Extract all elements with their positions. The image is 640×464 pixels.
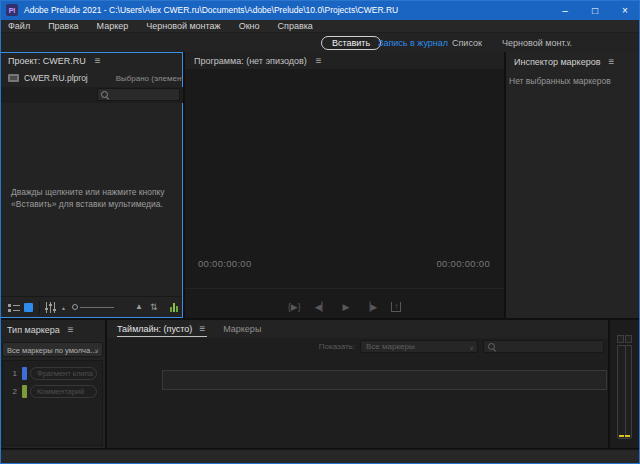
zoom-in-icon[interactable]: ▲ bbox=[135, 302, 143, 311]
project-search-row bbox=[0, 87, 183, 103]
status-bar bbox=[1, 449, 639, 463]
inspector-empty-message: Нет выбранных маркеров bbox=[509, 76, 611, 86]
peak-indicator-right bbox=[625, 435, 630, 437]
timeline-tabstrip: Таймлайн: (пусто) ≡ Маркеры bbox=[107, 320, 608, 338]
meter-channel-right bbox=[625, 335, 632, 343]
menu-bar: Файл Правка Маркер Черновой монтаж Окно … bbox=[0, 20, 640, 32]
list-view-icon[interactable] bbox=[8, 304, 20, 312]
workspace-chevron-down-icon[interactable]: ∨ bbox=[566, 39, 571, 47]
marker-color-swatch bbox=[22, 385, 27, 398]
marker-type-panel: Тип маркера ≡ Все маркеры по умолча... ∨… bbox=[0, 320, 105, 448]
marker-number: 1 bbox=[3, 369, 17, 378]
sort-icon[interactable]: ⇅ bbox=[150, 302, 158, 312]
inspector-panel-title[interactable]: Инспектор маркеров bbox=[514, 57, 600, 67]
prelude-app-icon: Pl bbox=[6, 4, 18, 16]
transport-controls: {▶} ◀▏ ▶ ▕▶ ↑ bbox=[185, 288, 504, 318]
thumbnail-size-slider[interactable] bbox=[72, 303, 114, 312]
zoom-out-icon[interactable]: ▴ bbox=[62, 304, 65, 311]
current-timecode[interactable]: 00:00:00:00 bbox=[198, 258, 252, 269]
marker-type-row[interactable]: 2 Комментарий bbox=[3, 384, 102, 399]
workspace-tab-list[interactable]: Список bbox=[452, 38, 482, 48]
chevron-down-icon: ∨ bbox=[95, 347, 99, 354]
audio-meter-panel bbox=[610, 320, 639, 448]
timeline-filter-value: Все маркеры bbox=[366, 342, 415, 351]
window-controls: – □ × bbox=[550, 0, 640, 20]
timeline-search-input[interactable] bbox=[483, 340, 604, 353]
slider-track bbox=[80, 307, 114, 308]
marker-filter-dropdown[interactable]: Все маркеры по умолча... ∨ bbox=[2, 342, 103, 357]
marker-type-label: Фрагмент клипа bbox=[30, 367, 97, 380]
menu-help[interactable]: Справка bbox=[269, 20, 322, 32]
marker-type-list: 1 Фрагмент клипа 2 Комментарий bbox=[2, 360, 103, 446]
marker-inspector-panel: Инспектор маркеров ≡ Нет выбранных марке… bbox=[506, 52, 639, 318]
play-button[interactable]: ▶ bbox=[343, 302, 350, 312]
chevron-down-icon: ∨ bbox=[470, 344, 474, 351]
project-bottom-toolbar: ▴ ▲ ⇅ bbox=[1, 296, 182, 317]
toolbar-divider bbox=[39, 301, 40, 314]
project-panel-header: Проект: CWER.RU ≡ bbox=[0, 52, 183, 66]
empty-timeline-track[interactable] bbox=[162, 370, 607, 390]
menu-marker[interactable]: Маркер bbox=[88, 20, 138, 32]
prelude-window: Pl Adobe Prelude 2021 - C:\Users\Alex CW… bbox=[0, 0, 640, 464]
project-search-input[interactable] bbox=[97, 88, 180, 101]
timeline-tab-label: Таймлайн: (пусто) bbox=[117, 324, 192, 334]
project-file-row[interactable]: CWER.RU.plproj Выбрано (элемент bbox=[0, 71, 183, 85]
slider-knob[interactable] bbox=[72, 304, 78, 310]
marker-type-menu-icon[interactable]: ≡ bbox=[68, 325, 74, 335]
workspace-tab-logging[interactable]: Запись в журнал bbox=[378, 38, 448, 48]
tab-timeline[interactable]: Таймлайн: (пусто) ≡ bbox=[117, 320, 207, 337]
step-back-button[interactable]: ◀▏ bbox=[315, 302, 329, 312]
project-file-name: CWER.RU.plproj bbox=[24, 73, 88, 83]
menu-edit[interactable]: Правка bbox=[39, 20, 87, 32]
menu-rough-cut[interactable]: Черновой монтаж bbox=[137, 20, 229, 32]
search-icon bbox=[488, 343, 496, 351]
export-icon[interactable]: ↑ bbox=[391, 302, 401, 312]
project-file-icon bbox=[8, 74, 19, 82]
meter-divider bbox=[625, 346, 626, 438]
audio-level-meter[interactable] bbox=[617, 345, 632, 439]
minimize-button[interactable]: – bbox=[550, 0, 580, 20]
marker-type-title[interactable]: Тип маркера bbox=[7, 325, 60, 335]
program-monitor-panel: Программа: (нет эпизодов) ≡ 00:00:00:00 … bbox=[185, 52, 504, 318]
marker-number: 2 bbox=[3, 387, 17, 396]
step-forward-button[interactable]: ▕▶ bbox=[363, 302, 377, 312]
tab-markers[interactable]: Маркеры bbox=[223, 320, 261, 334]
thumbnail-view-icon[interactable] bbox=[24, 303, 33, 312]
timeline-filter-dropdown[interactable]: Все маркеры ∨ bbox=[360, 340, 478, 353]
marker-filter-value: Все маркеры по умолча... bbox=[7, 346, 96, 355]
duration-timecode[interactable]: 00:00:00:00 bbox=[437, 258, 491, 269]
marker-type-header: Тип маркера ≡ bbox=[0, 320, 105, 335]
filter-sliders-icon[interactable] bbox=[46, 302, 55, 313]
project-panel-menu-icon[interactable]: ≡ bbox=[95, 56, 101, 66]
marker-color-swatch bbox=[22, 367, 27, 380]
new-item-icon[interactable] bbox=[170, 303, 179, 312]
window-title: Adobe Prelude 2021 - C:\Users\Alex CWER.… bbox=[24, 5, 398, 15]
inspector-panel-menu-icon[interactable]: ≡ bbox=[608, 57, 614, 67]
project-panel: Проект: CWER.RU ≡ CWER.RU.plproj Выбрано… bbox=[0, 52, 183, 318]
menu-file[interactable]: Файл bbox=[0, 20, 39, 32]
project-panel-title[interactable]: Проект: CWER.RU bbox=[8, 56, 86, 66]
audio-meter-channel-headers bbox=[617, 335, 632, 343]
ingest-button[interactable]: Вставить bbox=[321, 36, 381, 50]
search-icon bbox=[101, 91, 109, 99]
inspector-panel-header: Инспектор маркеров ≡ bbox=[506, 52, 639, 67]
program-panel-title[interactable]: Программа: (нет эпизодов) bbox=[194, 56, 307, 66]
marker-type-row[interactable]: 1 Фрагмент клипа bbox=[3, 366, 102, 381]
meter-channel-left bbox=[617, 335, 624, 343]
project-empty-message: Дважды щелкните или нажмите кнопку «Вста… bbox=[11, 186, 171, 210]
menu-window[interactable]: Окно bbox=[230, 20, 269, 32]
show-label: Показать: bbox=[307, 342, 355, 351]
selection-status: Выбрано (элемент bbox=[116, 74, 183, 83]
workspace-toolbar: Вставить Запись в журнал Список Черновой… bbox=[0, 32, 640, 52]
close-button[interactable]: × bbox=[610, 0, 640, 20]
title-bar[interactable]: Pl Adobe Prelude 2021 - C:\Users\Alex CW… bbox=[0, 0, 640, 20]
marker-type-label: Комментарий bbox=[30, 385, 97, 398]
timeline-panel-menu-icon[interactable]: ≡ bbox=[199, 324, 205, 334]
program-panel-menu-icon[interactable]: ≡ bbox=[316, 56, 322, 66]
play-in-to-out-button[interactable]: {▶} bbox=[288, 302, 301, 312]
timeline-filter-row: Показать: Все маркеры ∨ bbox=[107, 338, 608, 356]
maximize-button[interactable]: □ bbox=[580, 0, 610, 20]
workspace-tab-rough-cut[interactable]: Черновой монт... bbox=[502, 38, 572, 48]
program-panel-header: Программа: (нет эпизодов) ≡ bbox=[185, 52, 504, 69]
timeline-panel: Таймлайн: (пусто) ≡ Маркеры Показать: Вс… bbox=[107, 320, 608, 448]
